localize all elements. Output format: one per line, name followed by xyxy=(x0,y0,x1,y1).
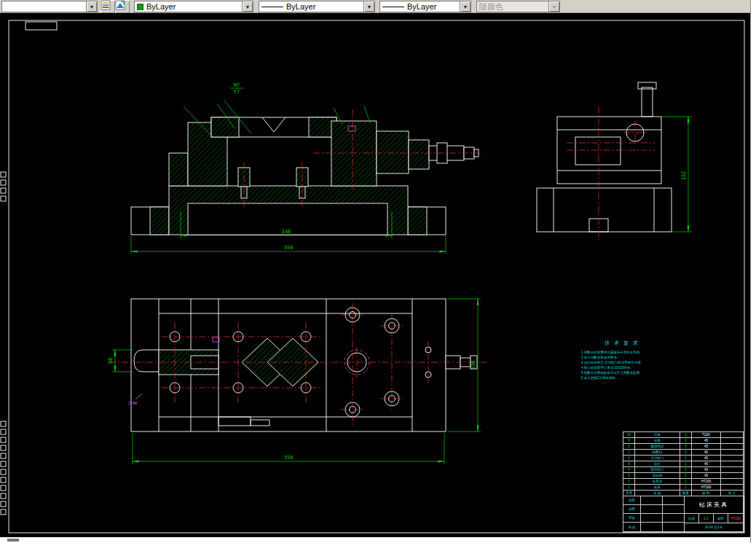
parts-list-table: 10钻套2T10A9衬套2458螺母M124457垫圈124456活动钳口145… xyxy=(623,431,744,496)
side-view: 152 xyxy=(537,82,692,241)
title-block: 制图 描图 审核 批准 钻床夹具 比例 1:1 材料 HT200 共1张 第1张 xyxy=(623,496,744,533)
status-bar xyxy=(0,537,750,543)
parts-table-cell xyxy=(721,456,744,461)
parts-table-cell: 2 xyxy=(623,479,635,485)
parts-table-cell: 衬套 xyxy=(635,438,680,444)
parts-table-cell: 1 xyxy=(623,485,635,491)
layer-control-dropdown[interactable]: ▼ xyxy=(1,1,98,12)
dim-plan-total-width: 359 xyxy=(284,455,294,461)
chevron-down-icon[interactable]: ▼ xyxy=(363,1,374,12)
notes-title: 技 术 要 求 xyxy=(581,340,663,347)
linetype-value-text: ByLayer xyxy=(286,2,315,11)
color-swatch xyxy=(137,4,143,10)
parts-table-cell: 活动钳口 xyxy=(635,456,680,461)
color-control-dropdown[interactable]: ByLayer ▼ xyxy=(134,1,253,12)
dim-front-inner-width: 246 xyxy=(282,229,291,235)
parts-table-cell: 45 xyxy=(692,473,721,479)
notes-line: 5.装配后按图检验各定位尺寸及配合精度; xyxy=(581,370,663,375)
parts-table-cell: 1 xyxy=(680,467,692,473)
dim-slot-height: 50 xyxy=(108,358,114,364)
chevron-down-icon[interactable]: ▼ xyxy=(86,1,97,12)
lineweight-control-dropdown[interactable]: ByLayer ▼ xyxy=(379,1,471,12)
titleblock-field xyxy=(663,505,685,514)
parts-table-cell: 45 xyxy=(692,444,721,450)
titleblock-drawn-label: 制图 xyxy=(623,496,641,505)
docked-toolbar-fragments xyxy=(1,172,6,515)
layer-value xyxy=(2,1,86,12)
dim-side-height: 152 xyxy=(681,171,687,181)
parts-table-cell: 夹具体 xyxy=(635,479,680,485)
layers-icon xyxy=(101,0,111,10)
layers-button[interactable] xyxy=(101,0,115,13)
parts-table-cell: 10 xyxy=(623,432,635,438)
parts-table-cell: 2 xyxy=(680,473,692,479)
lineweight-sample-icon xyxy=(382,7,404,7)
thread-note: 2-M8 xyxy=(128,401,137,405)
parts-table-cell: 3 xyxy=(623,473,635,479)
drawing-title: 钻床夹具 xyxy=(685,496,744,514)
chevron-down-icon: ▼ xyxy=(548,1,559,12)
parts-table-cell xyxy=(721,473,744,479)
object-properties-toolbar: ▼ ByLayer ▼ xyxy=(0,0,756,13)
lineweight-value-text: ByLayer xyxy=(407,2,436,11)
parts-table-cell: 45 xyxy=(692,467,721,473)
titleblock-checked-label: 审核 xyxy=(623,514,641,523)
linetype-sample-icon xyxy=(261,7,283,7)
titleblock-scale-label: 比例 xyxy=(685,514,699,523)
parts-table-cell: 1 xyxy=(680,456,692,461)
notes-line: 3.丝杠转动灵活,活动钳口移动平稳无卡滞; xyxy=(581,360,663,365)
titleblock-field xyxy=(663,523,685,532)
titleblock-field xyxy=(641,496,663,505)
plan-view: 2-M8 50 359 150 xyxy=(108,299,487,464)
model-space-canvas[interactable]: H7 f7 246 359 xyxy=(0,13,750,543)
fit-callout-top: H7 xyxy=(234,82,240,88)
parts-table-cell: 底座 xyxy=(635,485,680,491)
parts-table-cell: 2 xyxy=(680,438,692,444)
titleblock-traced-label: 描图 xyxy=(623,505,641,514)
parts-table-cell: 4 xyxy=(680,450,692,456)
plotstyle-value-text: 随颜色 xyxy=(479,1,503,12)
parts-table-cell xyxy=(721,438,744,444)
parts-table-cell: 钻套 xyxy=(635,432,680,438)
parts-table-cell: 1 xyxy=(680,485,692,491)
parts-table-cell xyxy=(721,485,744,491)
plotstyle-control-dropdown: 随颜色 ▼ xyxy=(476,1,560,12)
notes-line: 6.未注倒角C1,锐边倒钝。 xyxy=(581,375,663,380)
parts-table-cell: HT200 xyxy=(692,479,721,485)
dim-front-total-width: 359 xyxy=(284,245,294,251)
parts-table-cell xyxy=(721,479,744,485)
titleblock-field xyxy=(663,496,685,505)
parts-table-cell: 导向键 xyxy=(635,473,680,479)
status-mark xyxy=(7,539,19,542)
right-scrollbar-strip[interactable] xyxy=(750,0,756,543)
notes-line: 2.各运动配合面涂润滑油; xyxy=(581,355,663,360)
titleblock-sheet-info: 共1张 第1张 xyxy=(685,523,744,532)
parts-table-cell: 45 xyxy=(692,461,721,467)
parts-table-cell: 6 xyxy=(623,456,635,461)
application-window: ▼ ByLayer ▼ xyxy=(0,0,756,543)
titleblock-material-label: 材料 xyxy=(714,514,728,523)
parts-table-cell: 45 xyxy=(692,438,721,444)
make-object-layer-button[interactable] xyxy=(115,0,130,13)
parts-table-cell: 1 xyxy=(680,479,692,485)
parts-table-cell: 4 xyxy=(680,444,692,450)
front-view: H7 f7 246 359 xyxy=(131,82,482,254)
titleblock-field xyxy=(641,505,663,514)
parts-table-cell: 45 xyxy=(692,456,721,461)
parts-table-cell xyxy=(721,432,744,438)
titleblock-field xyxy=(641,514,663,523)
technical-notes: 技 术 要 求 1.装配前所有零件均需清洗干净并去毛刺; 2.各运动配合面涂润滑… xyxy=(581,340,663,380)
parts-table-cell: 固定钳口 xyxy=(635,467,680,473)
color-value-text: ByLayer xyxy=(146,2,176,11)
titleblock-scale-value: 1:1 xyxy=(699,514,714,523)
titleblock-field xyxy=(663,514,685,523)
chevron-down-icon[interactable]: ▼ xyxy=(460,1,470,12)
parts-table-cell: 5 xyxy=(623,461,635,467)
parts-table-cell xyxy=(721,461,744,467)
linetype-control-dropdown[interactable]: ByLayer ▼ xyxy=(259,1,375,12)
parts-table-cell: 1 xyxy=(680,461,692,467)
chevron-down-icon[interactable]: ▼ xyxy=(242,1,253,12)
notes-line: 1.装配前所有零件均需清洗干净并去毛刺; xyxy=(581,350,663,355)
parts-table-cell: 垫圈12 xyxy=(635,450,680,456)
parts-table-cell: 9 xyxy=(623,438,635,444)
